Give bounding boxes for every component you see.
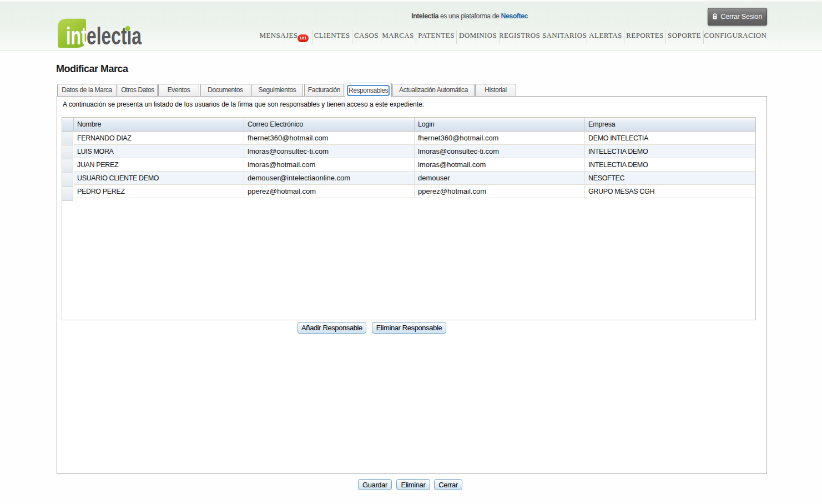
svg-text:int: int	[66, 22, 87, 50]
svg-text:electıa: electıa	[87, 22, 142, 50]
